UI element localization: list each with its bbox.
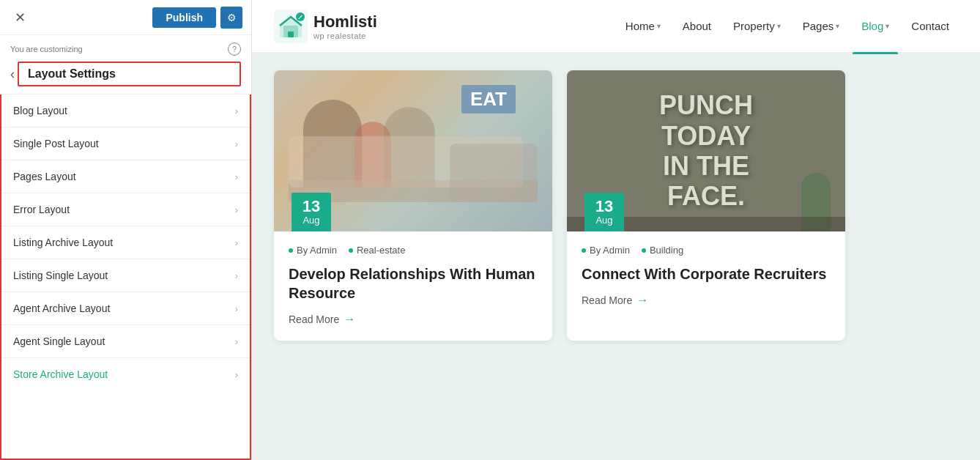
card-image: EAT 13 Aug [274, 70, 552, 231]
date-badge: 13 Aug [292, 193, 331, 231]
dropdown-arrow-icon: ▾ [657, 22, 661, 30]
back-row: ‹ Layout Settings [0, 59, 251, 94]
top-bar: ✕ Publish ⚙ [0, 0, 251, 35]
menu-list: Blog Layout › Single Post Layout › Pages… [0, 94, 251, 460]
blog-content: EAT 13 Aug By Admin [252, 53, 980, 358]
logo-icon [274, 10, 308, 43]
menu-item-label: Agent Single Layout [13, 335, 105, 347]
nav-link-blog[interactable]: Blog▾ [853, 14, 898, 38]
chevron-right-icon: › [235, 237, 238, 248]
svg-rect-2 [288, 31, 294, 37]
menu-item-listing-archive-layout[interactable]: Listing Archive Layout › [1, 226, 250, 259]
date-month: Aug [296, 215, 327, 226]
card-meta: By Admin Building [582, 245, 831, 256]
menu-item-label: Agent Archive Layout [13, 303, 110, 314]
menu-item-label: Single Post Layout [13, 138, 99, 149]
menu-item-label: Store Archive Layout [13, 368, 108, 380]
nav-link-label: Blog [861, 20, 883, 32]
nav-link-home[interactable]: Home▾ [617, 14, 669, 38]
logo-area: Homlisti wp realestate [274, 10, 377, 43]
card-author: By Admin [582, 245, 630, 256]
read-more-text: Read More [289, 314, 339, 325]
blog-card: PUNCHTODAYIN THEFACE. 13 Aug By Admin Bu… [567, 70, 845, 341]
arrow-right-icon: → [344, 313, 355, 326]
dropdown-arrow-icon: ▾ [886, 22, 889, 30]
nav-link-pages[interactable]: Pages▾ [794, 14, 849, 38]
menu-item-label: Error Layout [13, 204, 70, 215]
gear-button[interactable]: ⚙ [220, 7, 242, 29]
meta-dot-icon [642, 248, 646, 253]
card-category: Real-estate [349, 245, 405, 256]
date-badge: 13 Aug [584, 193, 624, 231]
chevron-right-icon: › [235, 369, 238, 380]
arrow-right-icon: → [636, 294, 648, 307]
author-text: By Admin [590, 245, 630, 256]
menu-item-blog-layout[interactable]: Blog Layout › [1, 94, 250, 127]
card-body: By Admin Building Connect With Corporate… [567, 231, 845, 322]
category-text: Building [650, 245, 683, 256]
meta-dot-icon [582, 248, 586, 253]
blog-card: EAT 13 Aug By Admin [274, 70, 552, 341]
read-more-text: Read More [582, 294, 632, 306]
nav-link-property[interactable]: Property▾ [724, 14, 790, 38]
publish-area: Publish ⚙ [152, 7, 242, 29]
chevron-right-icon: › [235, 336, 238, 347]
customizing-row: You are customizing ? [0, 35, 251, 59]
back-button[interactable]: ‹ [10, 67, 15, 82]
publish-button[interactable]: Publish [152, 7, 216, 28]
dropdown-arrow-icon: ▾ [836, 22, 839, 30]
nav-link-label: About [683, 20, 711, 32]
menu-item-single-post-layout[interactable]: Single Post Layout › [1, 127, 250, 160]
close-button[interactable]: ✕ [9, 7, 31, 29]
meta-dot-icon [289, 248, 293, 253]
logo-sub: wp realestate [313, 31, 377, 40]
date-day: 13 [589, 199, 620, 215]
nav-link-label: Property [733, 20, 775, 32]
menu-item-label: Pages Layout [13, 171, 76, 182]
site-nav: Homlisti wp realestate Home▾AboutPropert… [252, 0, 980, 53]
menu-item-agent-single-layout[interactable]: Agent Single Layout › [1, 325, 250, 358]
right-content: Homlisti wp realestate Home▾AboutPropert… [252, 0, 980, 460]
menu-item-agent-archive-layout[interactable]: Agent Archive Layout › [1, 292, 250, 325]
chevron-right-icon: › [235, 303, 238, 314]
card-author: By Admin [289, 245, 337, 256]
menu-item-pages-layout[interactable]: Pages Layout › [1, 160, 250, 193]
nav-link-label: Contact [911, 20, 949, 32]
card-body: By Admin Real-estate Develop Relationshi… [274, 231, 552, 341]
card-title: Connect With Corporate Recruiters [582, 264, 831, 283]
category-text: Real-estate [357, 245, 405, 256]
nav-link-contact[interactable]: Contact [902, 14, 958, 38]
card-image: PUNCHTODAYIN THEFACE. 13 Aug [567, 70, 845, 231]
layout-settings-title: Layout Settings [18, 62, 241, 86]
chevron-right-icon: › [235, 138, 238, 149]
card-meta: By Admin Real-estate [289, 245, 538, 256]
nav-link-label: Home [626, 20, 655, 32]
left-panel: ✕ Publish ⚙ You are customizing ? ‹ Layo… [0, 0, 252, 460]
nav-links: Home▾AboutProperty▾Pages▾Blog▾Contact [617, 14, 958, 38]
meta-dot-icon [349, 248, 353, 253]
nav-link-label: Pages [803, 20, 834, 32]
menu-item-label: Listing Single Layout [13, 270, 108, 281]
chevron-right-icon: › [235, 204, 238, 215]
read-more-link[interactable]: Read More → [582, 294, 831, 307]
nav-link-about[interactable]: About [674, 14, 720, 38]
menu-item-listing-single-layout[interactable]: Listing Single Layout › [1, 259, 250, 292]
read-more-link[interactable]: Read More → [289, 313, 538, 326]
logo-name: Homlisti [313, 12, 377, 31]
date-month: Aug [589, 215, 620, 226]
dropdown-arrow-icon: ▾ [777, 22, 781, 30]
card-category: Building [642, 245, 683, 256]
customizing-text: You are customizing [10, 45, 83, 53]
author-text: By Admin [297, 245, 337, 256]
menu-item-label: Listing Archive Layout [13, 237, 113, 248]
logo-text: Homlisti wp realestate [313, 12, 377, 40]
chevron-right-icon: › [235, 105, 238, 116]
menu-item-store-archive-layout[interactable]: Store Archive Layout › [1, 358, 250, 390]
chevron-right-icon: › [235, 270, 238, 281]
help-icon[interactable]: ? [228, 42, 241, 56]
card-title: Develop Relationships With Human Resourc… [289, 264, 538, 303]
chevron-right-icon: › [235, 171, 238, 182]
menu-item-label: Blog Layout [13, 105, 67, 116]
date-day: 13 [296, 199, 327, 215]
menu-item-error-layout[interactable]: Error Layout › [1, 193, 250, 226]
